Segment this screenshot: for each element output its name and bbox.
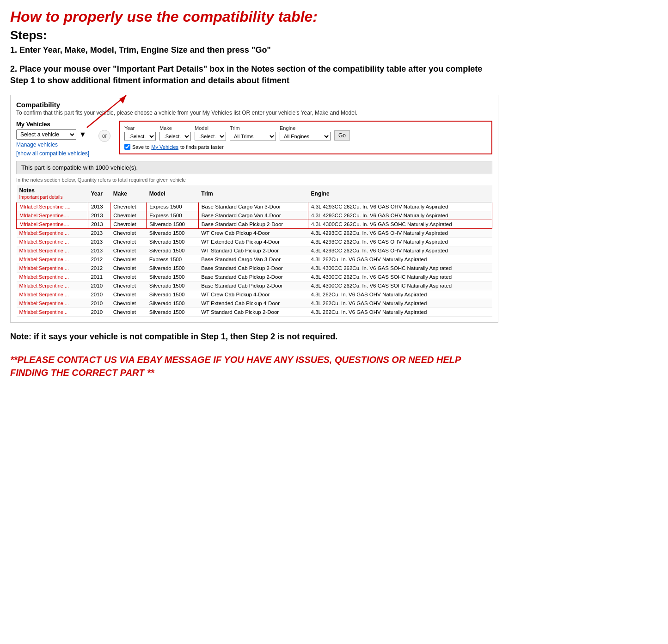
cell-trim: Base Standard Cargo Van 3-Door (198, 202, 308, 211)
cell-engine: 4.3L 262Cu. In. V6 GAS OHV Naturally Asp… (308, 290, 492, 299)
cell-model: Silverado 1500 (147, 246, 198, 255)
cell-notes: Mfrlabel:Serpentine ... (17, 273, 88, 282)
trim-field: Trim All Trims (230, 125, 276, 141)
cell-trim: WT Extended Cab Pickup 4-Door (198, 238, 308, 246)
cell-year: 2013 (88, 211, 110, 220)
cell-make: Chevrolet (110, 238, 147, 246)
cell-engine: 4.3L 4300CC 262Cu. In. V6 GAS SOHC Natur… (308, 273, 492, 282)
cell-model: Express 1500 (147, 202, 198, 211)
table-row: Mfrlabel:Serpentine ...2010ChevroletSilv… (17, 282, 492, 290)
cell-trim: WT Standard Cab Pickup 2-Door (198, 246, 308, 255)
cell-engine: 4.3L 4293CC 262Cu. In. V6 GAS OHV Natura… (308, 246, 492, 255)
cell-notes: Mfrlabel:Serpentine ... (17, 290, 88, 299)
table-row: Mfrlabel:Serpentine....2013ChevroletExpr… (17, 211, 492, 220)
col-make: Make (110, 185, 147, 202)
col-model: Model (147, 185, 198, 202)
cell-engine: 4.3L 4300CC 262Cu. In. V6 GAS SOHC Natur… (308, 220, 492, 229)
cell-trim: Base Standard Cargo Van 3-Door (198, 255, 308, 264)
arrow-annotation (82, 91, 138, 134)
steps-heading: Steps: (10, 28, 498, 43)
model-select[interactable]: -Select- (195, 132, 226, 141)
bottom-note: Note: if it says your vehicle is not com… (10, 331, 498, 343)
compatibility-box: Compatibility To confirm that this part … (10, 95, 498, 323)
make-select[interactable]: -Select- (159, 132, 191, 141)
table-row: Mfrlabel:Serpentine ...2013ChevroletSilv… (17, 238, 492, 246)
select-vehicle-row: Select a vehicle ▼ (16, 129, 90, 140)
cell-model: Silverado 1500 (147, 229, 198, 238)
col-notes: Notes Important part details (17, 185, 88, 202)
my-vehicles-label: My Vehicles (16, 121, 90, 128)
cell-trim: Base Standard Cab Pickup 2-Door (198, 220, 308, 229)
cell-model: Express 1500 (147, 255, 198, 264)
cell-notes: Mfrlabel:Serpentine ... (17, 299, 88, 308)
table-row: Mfrlabel:Serpentine ...2012ChevroletExpr… (17, 255, 492, 264)
go-button[interactable]: Go (334, 130, 350, 141)
step2-text: 2. Place your mouse over "Important Part… (10, 63, 498, 86)
cell-model: Silverado 1500 (147, 264, 198, 273)
cell-year: 2013 (88, 220, 110, 229)
table-header-row: Notes Important part details Year Make M… (17, 185, 492, 202)
cell-model: Express 1500 (147, 211, 198, 220)
my-vehicles-section: My Vehicles Select a vehicle ▼ Manage ve… (16, 121, 90, 157)
compat-note: In the notes section below, Quantity ref… (16, 177, 492, 183)
make-field: Make -Select- (159, 125, 191, 141)
cell-year: 2013 (88, 238, 110, 246)
save-checkbox[interactable] (124, 144, 130, 150)
cell-engine: 4.3L 262Cu. In. V6 GAS OHV Naturally Asp… (308, 255, 492, 264)
cell-notes: Mfrlabel:Serpentine.... (17, 220, 88, 229)
main-title: How to properly use the compatibility ta… (10, 8, 498, 25)
table-row: Mfrlabel:Serpentine ...2012ChevroletSilv… (17, 264, 492, 273)
cell-engine: 4.3L 262Cu. In. V6 GAS OHV Naturally Asp… (308, 299, 492, 308)
cell-make: Chevrolet (110, 220, 147, 229)
manage-vehicles-link[interactable]: Manage vehicles (16, 141, 90, 148)
save-suffix: to finds parts faster (180, 144, 224, 150)
trim-select[interactable]: All Trims (230, 132, 276, 141)
cell-trim: WT Standard Cab Pickup 2-Door (198, 308, 308, 317)
col-year: Year (88, 185, 110, 202)
ymm-section: Year -Select- Make -Select- Model -Selec… (119, 121, 492, 154)
cell-notes: Mfrlabel:Serpentine ... (17, 246, 88, 255)
model-field: Model -Select- (195, 125, 226, 141)
cell-make: Chevrolet (110, 264, 147, 273)
trim-label: Trim (230, 125, 276, 131)
engine-field: Engine All Engines (280, 125, 331, 141)
cell-notes: Mfrlabel:Serpentine ... (17, 255, 88, 264)
table-row: Mfrlabel:Serpentine ...2013ChevroletSilv… (17, 229, 492, 238)
cell-year: 2010 (88, 299, 110, 308)
table-row: Mfrlabel:Serpentine ...2010ChevroletSilv… (17, 299, 492, 308)
engine-label: Engine (280, 125, 331, 131)
cell-trim: Base Standard Cargo Van 4-Door (198, 211, 308, 220)
compat-count-bar: This part is compatible with 1000 vehicl… (16, 161, 492, 174)
cell-notes: Mfrlabel:Serpentine... (17, 308, 88, 317)
table-body: Mfrlabel:Serpentine ....2013ChevroletExp… (17, 202, 492, 317)
cell-make: Chevrolet (110, 290, 147, 299)
cell-make: Chevrolet (110, 211, 147, 220)
table-row: Mfrlabel:Serpentine ....2013ChevroletExp… (17, 202, 492, 211)
cell-make: Chevrolet (110, 246, 147, 255)
cell-year: 2010 (88, 308, 110, 317)
cell-model: Silverado 1500 (147, 238, 198, 246)
engine-select[interactable]: All Engines (280, 132, 331, 141)
select-vehicle-dropdown[interactable]: Select a vehicle (16, 129, 76, 140)
cell-make: Chevrolet (110, 308, 147, 317)
cell-year: 2012 (88, 255, 110, 264)
col-engine: Engine (308, 185, 492, 202)
cell-make: Chevrolet (110, 229, 147, 238)
cell-notes: Mfrlabel:Serpentine ... (17, 229, 88, 238)
save-row: Save to My Vehicles to finds parts faste… (124, 144, 487, 150)
cell-trim: WT Extended Cab Pickup 4-Door (198, 299, 308, 308)
ymm-row: Year -Select- Make -Select- Model -Selec… (124, 125, 487, 141)
cell-trim: Base Standard Cab Pickup 2-Door (198, 282, 308, 290)
cell-notes: Mfrlabel:Serpentine.... (17, 211, 88, 220)
cell-engine: 4.3L 4300CC 262Cu. In. V6 GAS SOHC Natur… (308, 264, 492, 273)
cell-make: Chevrolet (110, 202, 147, 211)
compatibility-table: Notes Important part details Year Make M… (16, 185, 492, 317)
save-text: Save to (132, 144, 149, 150)
cell-year: 2013 (88, 202, 110, 211)
cell-notes: Mfrlabel:Serpentine ... (17, 238, 88, 246)
cell-trim: Base Standard Cab Pickup 2-Door (198, 264, 308, 273)
cell-model: Silverado 1500 (147, 220, 198, 229)
show-all-link[interactable]: [show all compatible vehicles] (16, 150, 89, 157)
my-vehicles-link[interactable]: My Vehicles (151, 144, 178, 150)
cell-model: Silverado 1500 (147, 299, 198, 308)
